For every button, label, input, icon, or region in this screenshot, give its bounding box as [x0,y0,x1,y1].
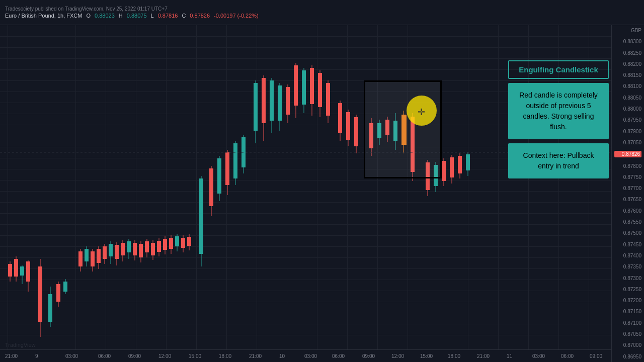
close-label: C [182,13,186,19]
price-level: 0.87400 [614,253,641,258]
price-level: 0.88150 [614,72,641,78]
svg-rect-23 [97,249,101,263]
price-level: 0.87650 [614,197,641,202]
published-info: Tradesociety published on TradingView.co… [5,6,259,12]
time-label: 15:00 [189,353,201,359]
price-level: 0.87700 [614,186,641,191]
svg-rect-47 [169,238,173,249]
price-info: Euro / British Pound, 1h, FXCM O 0.88023… [5,13,259,19]
svg-rect-115 [466,154,470,170]
svg-rect-89 [346,112,350,140]
high-value: 0.88075 [127,13,147,19]
svg-rect-11 [48,294,52,322]
price-level: 0.87750 [614,174,641,180]
svg-rect-91 [354,117,358,146]
svg-rect-49 [175,236,179,246]
time-label: 18:00 [219,353,231,359]
tv-watermark: TradingView [5,342,36,348]
price-level: 0.87550 [614,219,641,225]
svg-rect-63 [233,143,237,178]
svg-rect-1 [8,264,12,277]
price-level: 0.87200 [614,298,641,303]
svg-rect-69 [262,78,266,123]
price-level: 0.88050 [614,95,641,101]
time-scale: 21:00 9 03:00 06:00 09:00 12:00 15:00 18… [0,349,611,362]
price-level: 0.87300 [614,276,641,281]
svg-rect-41 [151,243,155,255]
svg-rect-71 [270,80,274,121]
svg-rect-27 [109,244,113,256]
time-label: 03:00 [65,353,78,359]
svg-rect-55 [199,178,203,254]
price-level: 0.87850 [614,140,641,145]
high-label: H [119,13,123,19]
price-level: 0.87000 [614,342,641,348]
price-level: 0.88250 [614,50,641,56]
time-label: 06:00 [332,353,345,359]
price-level: 0.87250 [614,287,641,292]
time-label: 12:00 [391,353,404,359]
svg-rect-109 [442,161,446,181]
time-label: 15:00 [420,353,433,359]
time-label: 9 [35,353,38,359]
svg-rect-111 [450,157,454,177]
top-bar-info: Tradesociety published on TradingView.co… [5,6,259,19]
price-level: 0.88000 [614,106,641,112]
time-label: 18:00 [448,353,460,359]
svg-rect-39 [145,241,149,252]
svg-rect-73 [278,85,282,121]
price-level: 0.87150 [614,309,641,314]
svg-rect-45 [163,239,167,250]
svg-rect-59 [217,158,221,194]
time-label: 06:00 [561,353,574,359]
price-level: 0.87950 [614,117,641,123]
time-label: 09:00 [128,353,141,359]
price-level: 0.88300 [614,39,641,44]
time-label: 06:00 [98,353,111,359]
svg-rect-15 [63,282,67,292]
price-level: 0.87450 [614,242,641,247]
price-level: 0.86950 [614,354,641,359]
open-label: O [86,13,91,19]
svg-rect-51 [181,238,185,248]
price-level: 0.87350 [614,264,641,269]
change-value: -0.00197 (-0.22%) [214,13,259,19]
svg-rect-33 [127,241,131,252]
svg-rect-19 [85,249,89,261]
currency-label: GBP [614,28,641,33]
svg-rect-7 [26,261,30,282]
price-level: 0.88200 [614,61,641,67]
svg-rect-3 [14,259,18,277]
time-label: 21:00 [477,353,490,359]
svg-rect-5 [20,266,24,276]
svg-rect-113 [458,156,462,173]
time-label: 09:00 [362,353,375,359]
price-level: 0.87500 [614,230,641,236]
price-level-current: 0.87826 [614,151,641,157]
svg-rect-29 [115,245,119,259]
svg-rect-83 [318,73,322,107]
svg-rect-21 [91,251,95,266]
svg-rect-53 [187,237,191,246]
svg-rect-25 [103,246,107,259]
svg-rect-43 [157,241,161,252]
symbol-label: Euro / British Pound, 1h, FXCM [5,13,82,19]
svg-rect-57 [209,168,213,206]
time-label: 11 [507,353,512,359]
svg-rect-61 [225,152,229,185]
time-label: 03:00 [532,353,545,359]
panel-info: Red candle is completely outside of prev… [508,83,609,139]
panel-title: Engulfing Candlestick [508,60,609,79]
close-value: 0.87826 [190,13,210,19]
svg-rect-75 [286,87,290,115]
svg-rect-87 [338,103,342,133]
price-scale: GBP 0.88300 0.88250 0.88200 0.88150 0.88… [611,25,644,362]
svg-rect-35 [133,243,137,255]
time-label: 21:00 [5,353,18,359]
time-label: 12:00 [158,353,171,359]
svg-rect-79 [302,70,306,105]
price-level: 0.87900 [614,129,641,134]
svg-rect-77 [294,65,298,106]
highlight-box [364,80,442,178]
time-label: 21:00 [249,353,262,359]
